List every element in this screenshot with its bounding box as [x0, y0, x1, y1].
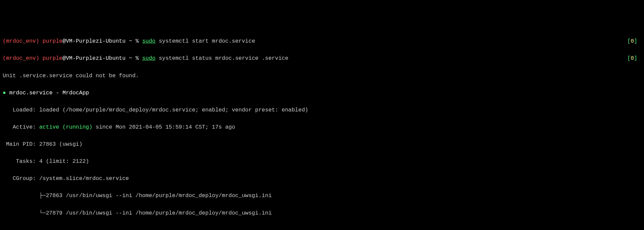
process-tree-item: ├─27863 /usr/bin/uwsgi --ini /home/purpl… — [3, 191, 641, 200]
sudo-command: sudo — [142, 55, 156, 61]
exit-code-indicator: [0] — [627, 37, 637, 46]
username: purple — [43, 55, 62, 61]
command-text: systemctl status mrdoc.service .service — [156, 55, 288, 61]
command-text: systemctl start mrdoc.service — [156, 38, 255, 44]
error-line: Unit .service.service could not be found… — [3, 72, 641, 80]
prompt-symbol: ~ % — [125, 55, 142, 61]
process-tree-item: └─27879 /usr/bin/uwsgi --ini /home/purpl… — [3, 209, 641, 218]
status-dot-icon: ● — [3, 90, 6, 96]
env-name: (mrdoc_env) — [3, 38, 43, 44]
cgroup-line: CGroup: /system.slice/mrdoc.service — [3, 174, 641, 183]
env-name: (mrdoc_env) — [3, 55, 43, 61]
active-status: active (running) — [39, 124, 92, 130]
loaded-line: Loaded: loaded (/home/purple/mrdoc_deplo… — [3, 106, 641, 114]
hostname: @VM-Purplezi-Ubuntu — [62, 38, 125, 44]
main-pid-line: Main PID: 27863 (uwsgi) — [3, 140, 641, 149]
exit-code-indicator: [0] — [627, 54, 637, 63]
hostname: @VM-Purplezi-Ubuntu — [62, 55, 125, 61]
service-name: mrdoc.service - MrdocApp — [6, 90, 89, 96]
username: purple — [43, 38, 62, 44]
tasks-line: Tasks: 4 (limit: 2122) — [3, 157, 641, 166]
service-header: ● mrdoc.service - MrdocApp — [3, 89, 641, 97]
prompt-line-1[interactable]: (mrdoc_env) purple@VM-Purplezi-Ubuntu ~ … — [3, 37, 641, 46]
sudo-command: sudo — [142, 38, 156, 44]
prompt-line-2[interactable]: (mrdoc_env) purple@VM-Purplezi-Ubuntu ~ … — [3, 54, 641, 63]
active-line: Active: active (running) since Mon 2021-… — [3, 123, 641, 132]
prompt-symbol: ~ % — [125, 38, 142, 44]
